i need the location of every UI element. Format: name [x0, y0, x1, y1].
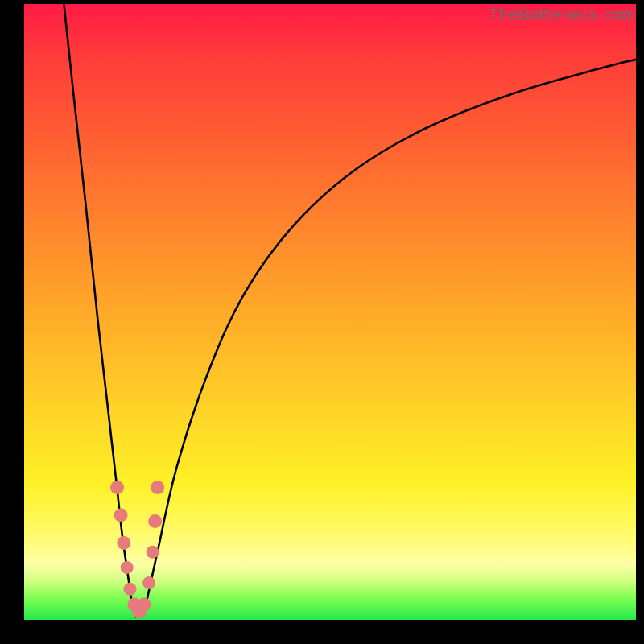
marker-dot: [137, 597, 151, 611]
watermark-text: TheBottleneck.com: [489, 5, 636, 24]
marker-dot: [121, 561, 134, 574]
marker-dot: [147, 546, 159, 559]
curves-layer: [24, 4, 636, 620]
plot-area: [24, 4, 636, 620]
marker-dot: [151, 481, 164, 494]
marker-dot: [114, 508, 128, 522]
marker-dot: [123, 583, 136, 596]
chart-frame: TheBottleneck.com: [0, 0, 644, 644]
marker-dot: [148, 514, 162, 528]
marker-dot: [117, 536, 130, 550]
curve-left-branch: [64, 4, 135, 617]
marker-dot: [110, 481, 124, 494]
marker-dot: [142, 576, 155, 589]
curve-right-branch: [142, 60, 636, 617]
